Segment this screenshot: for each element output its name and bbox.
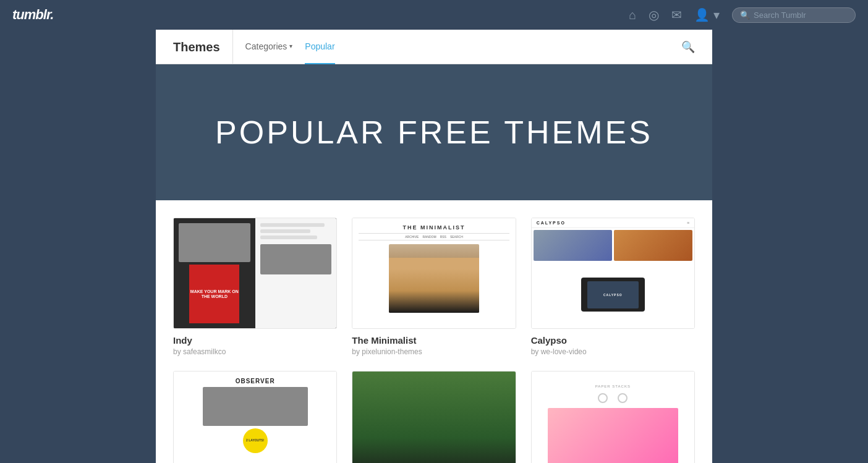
theme-card-paperstacks[interactable]: PAPER STACKS Paper Stacks by paperstacks	[531, 371, 695, 463]
hero-title: POPULAR FREE THEMES	[168, 114, 700, 151]
top-nav: tumblr. ⌂ ◎ ✉ 👤 ▾ 🔍	[0, 0, 868, 30]
min-nav-search: SEARCH	[450, 235, 463, 239]
cal-nav: ≡	[687, 221, 689, 225]
cal-body: CALYPSO	[532, 228, 694, 328]
hero-banner: POPULAR FREE THEMES	[156, 64, 712, 200]
cal-logo: CALYPSO	[537, 221, 566, 225]
theme-card-observer[interactable]: OBSERVER 2 LAYOUTS! Observer by observer…	[173, 371, 337, 463]
theme-card-indy[interactable]: MAKE YOUR MARK ON THE WORLD Indy by safe…	[173, 218, 337, 356]
ps-circle-left	[598, 393, 608, 403]
search-icon: 🔍	[740, 11, 750, 20]
indy-left: MAKE YOUR MARK ON THE WORLD	[174, 218, 255, 328]
popular-label: Popular	[305, 41, 334, 51]
indy-red-block: MAKE YOUR MARK ON THE WORLD	[189, 265, 239, 323]
nav-left: tumblr.	[12, 7, 53, 23]
ps-title: PAPER STACKS	[595, 384, 631, 388]
tab-categories[interactable]: Categories ▾	[245, 30, 293, 64]
cal-phone-screen: CALYPSO	[587, 281, 638, 308]
ps-img	[548, 408, 678, 463]
themes-grid: MAKE YOUR MARK ON THE WORLD Indy by safe…	[173, 218, 695, 463]
theme-name-calypso: Calypso	[531, 335, 695, 346]
home-icon[interactable]: ⌂	[629, 8, 636, 22]
nav-right: ⌂ ◎ ✉ 👤 ▾ 🔍	[629, 7, 856, 23]
obs-img	[203, 387, 308, 426]
theme-thumbnail-indy: MAKE YOUR MARK ON THE WORLD	[173, 218, 337, 329]
indy-right	[255, 218, 337, 328]
cal-img1	[534, 230, 612, 261]
theme-thumbnail-paper: PAPER	[352, 371, 516, 463]
minimalist-mockup: THE MINIMALIST ARCHIVE RANDOM RSS SEARCH	[352, 218, 515, 328]
tab-popular[interactable]: Popular	[305, 30, 334, 64]
themes-header: Themes Categories ▾ Popular 🔍	[156, 30, 712, 64]
themes-title: Themes	[173, 30, 233, 64]
theme-name-minimalist: The Minimalist	[352, 335, 516, 346]
indy-img	[179, 223, 250, 262]
cal-phone-text: CALYPSO	[603, 293, 623, 297]
min-face	[389, 258, 479, 312]
theme-card-minimalist[interactable]: THE MINIMALIST ARCHIVE RANDOM RSS SEARCH…	[352, 218, 516, 356]
theme-author-minimalist: by pixelunion-themes	[352, 347, 516, 356]
theme-author-calypso: by we-love-video	[531, 347, 695, 356]
user-menu-icon[interactable]: 👤 ▾	[694, 7, 720, 22]
min-nav-archive: ARCHIVE	[405, 235, 419, 239]
theme-card-paper[interactable]: PAPER Paper by tumblr	[352, 371, 516, 463]
indy-img2	[260, 244, 332, 274]
cal-img2	[614, 230, 692, 261]
search-bar[interactable]: 🔍	[732, 7, 856, 23]
theme-card-calypso[interactable]: CALYPSO ≡ CALYPSO	[531, 218, 695, 356]
theme-author-indy: by safeasmilkco	[173, 347, 337, 356]
themes-grid-section: MAKE YOUR MARK ON THE WORLD Indy by safe…	[156, 200, 712, 463]
observer-mockup: OBSERVER 2 LAYOUTS!	[174, 372, 336, 463]
theme-thumbnail-paperstacks: PAPER STACKS	[531, 371, 695, 463]
cal-phone: CALYPSO	[581, 278, 645, 312]
indy-mockup: MAKE YOUR MARK ON THE WORLD	[174, 218, 336, 328]
chevron-down-icon: ▾	[289, 43, 292, 49]
calypso-mockup: CALYPSO ≡ CALYPSO	[532, 218, 694, 328]
min-title: THE MINIMALIST	[402, 224, 465, 231]
paperstacks-mockup: PAPER STACKS	[532, 372, 694, 463]
compass-icon[interactable]: ◎	[649, 7, 659, 22]
ps-circles	[598, 393, 628, 403]
indy-text-line	[260, 229, 310, 233]
categories-label: Categories	[245, 41, 287, 51]
ps-circle-right	[618, 393, 628, 403]
min-nav-rss: RSS	[440, 235, 446, 239]
obs-title: OBSERVER	[236, 378, 275, 384]
nav-tabs: Categories ▾ Popular	[245, 30, 681, 64]
min-portrait	[389, 244, 479, 313]
paper-mockup: PAPER	[352, 372, 515, 463]
cal-header: CALYPSO ≡	[532, 218, 694, 228]
theme-thumbnail-minimalist: THE MINIMALIST ARCHIVE RANDOM RSS SEARCH	[352, 218, 516, 329]
indy-text-line	[260, 223, 325, 227]
header-search-icon[interactable]: 🔍	[681, 40, 695, 54]
mail-icon[interactable]: ✉	[671, 7, 682, 22]
theme-thumbnail-observer: OBSERVER 2 LAYOUTS!	[173, 371, 337, 463]
min-nav-random: RANDOM	[422, 235, 436, 239]
min-nav: ARCHIVE RANDOM RSS SEARCH	[359, 233, 509, 240]
theme-name-indy: Indy	[173, 335, 337, 346]
obs-yellow-badge: 2 LAYOUTS!	[243, 428, 268, 453]
indy-text-line	[260, 236, 318, 239]
main-container: Themes Categories ▾ Popular 🔍 POPULAR FR…	[156, 30, 712, 463]
tumblr-logo[interactable]: tumblr.	[12, 7, 53, 23]
theme-thumbnail-calypso: CALYPSO ≡ CALYPSO	[531, 218, 695, 329]
search-input[interactable]	[754, 11, 848, 20]
